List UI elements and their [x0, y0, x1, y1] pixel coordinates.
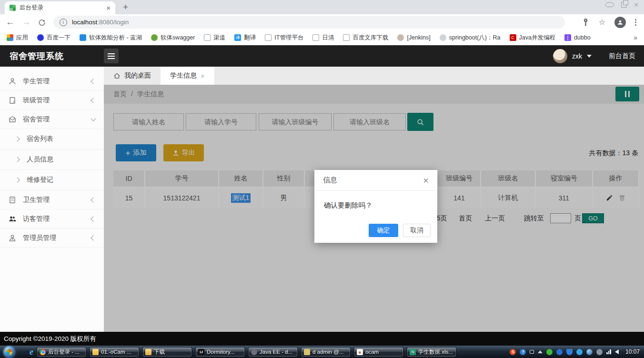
- chevron-left-icon: [91, 235, 96, 240]
- bookmark-springboot[interactable]: springboot(八)：Ra: [440, 34, 501, 42]
- taskbar: e 后台登录 - ... 01.-oCam ... ↓下载 IJDormitor…: [0, 346, 644, 358]
- refresh-icon[interactable]: [38, 19, 46, 26]
- window-close-icon[interactable]: ×: [634, 1, 638, 8]
- confirm-button[interactable]: 确定: [369, 224, 398, 237]
- browser-tab[interactable]: 后台登录 ×: [5, 1, 115, 14]
- dialog-close-icon[interactable]: ×: [423, 176, 429, 185]
- arrow-right-icon: [14, 157, 20, 162]
- username[interactable]: zxk: [572, 52, 582, 60]
- internet-explorer-icon[interactable]: e: [30, 347, 33, 357]
- bluetooth-tray-icon[interactable]: [556, 349, 563, 355]
- bookmark-jenkins[interactable]: [Jenkins]: [397, 34, 430, 41]
- bookmark-translate[interactable]: 译翻译: [234, 34, 256, 42]
- sidebar: 学生管理 班级管理 宿舍管理 宿舍列表 人员信息 维修登记 卫生管理 访客管理: [0, 67, 104, 332]
- tab-close-icon[interactable]: ×: [201, 72, 205, 80]
- browser-toolbar: ← → i localhost:8080/login ☆: [0, 14, 644, 30]
- sogou-tray-icon[interactable]: S: [510, 349, 516, 355]
- key-icon[interactable]: [581, 18, 590, 27]
- app-tray-icon[interactable]: [576, 349, 583, 355]
- dubbo-icon: [: [564, 34, 571, 41]
- url-text: localhost:8080/login: [72, 19, 129, 26]
- cancel-button[interactable]: 取消: [403, 224, 431, 237]
- bookmark-apps[interactable]: 应用: [7, 34, 28, 42]
- sidebar-toggle-button[interactable]: [104, 49, 119, 63]
- front-home-link[interactable]: 前台首页: [609, 52, 635, 60]
- taskbar-window-excel[interactable]: S学生数据.xls...: [407, 347, 456, 357]
- bookmark-qudao[interactable]: 渠道: [204, 34, 225, 42]
- recorder-tray-icon[interactable]: [596, 349, 603, 355]
- network-signal-icon[interactable]: [606, 349, 611, 354]
- help-tray-icon[interactable]: ?: [520, 349, 526, 355]
- bookmark-it-platform[interactable]: IT管理平台: [265, 34, 303, 42]
- tab-close-icon[interactable]: ×: [106, 4, 111, 11]
- sidebar-item-repair-register[interactable]: 维修登记: [0, 170, 104, 190]
- tab-title: 后台登录: [20, 4, 102, 12]
- bookmark-java[interactable]: CJava并发编程: [510, 34, 555, 42]
- bookmark-lanhu[interactable]: 软体效能分析 - 蓝湖: [80, 34, 142, 42]
- admin-icon: [9, 234, 16, 242]
- taskbar-clock[interactable]: 10:07: [625, 348, 640, 355]
- baidu-icon: [37, 34, 44, 41]
- header-user-area: zxk 前台首页: [553, 45, 635, 67]
- visitors-icon: [9, 215, 16, 223]
- page-icon: [204, 34, 211, 41]
- tab-favicon-icon: [10, 5, 16, 11]
- sidebar-item-class-mgmt[interactable]: 班级管理: [0, 91, 104, 110]
- forward-icon[interactable]: →: [22, 17, 30, 27]
- user-avatar[interactable]: [553, 49, 567, 63]
- shield-tray-icon[interactable]: [566, 349, 573, 355]
- address-bar[interactable]: i localhost:8080/login: [53, 16, 565, 29]
- sidebar-item-student-mgmt[interactable]: 学生管理: [0, 72, 104, 91]
- bookmark-dubbo[interactable]: [dubbo: [564, 34, 591, 41]
- taskbar-window-admin-shell[interactable]: d admin @...: [301, 347, 351, 357]
- apps-grid-icon: [7, 34, 13, 41]
- bookmark-star-icon[interactable]: ☆: [599, 18, 605, 27]
- taskbar-window-javaee[interactable]: Java EE - d...: [248, 347, 298, 357]
- taskbar-window-ocam[interactable]: ●ocam: [354, 347, 403, 357]
- tab-student-info[interactable]: 学生信息 ×: [161, 67, 214, 85]
- intellij-icon: IJ: [198, 349, 204, 355]
- gear-icon: [251, 349, 257, 355]
- chevron-left-icon: [91, 79, 96, 84]
- springboot-icon: [440, 34, 446, 41]
- browser-menu-icon[interactable]: [635, 19, 636, 26]
- taskbar-window-ocam-folder[interactable]: 01.-oCam ...: [90, 347, 139, 357]
- wechat-tray-icon[interactable]: [546, 349, 553, 355]
- sidebar-item-hygiene-mgmt[interactable]: 卫生管理: [0, 190, 104, 209]
- tray-expand-icon[interactable]: [538, 350, 543, 353]
- window-maximize-icon[interactable]: [621, 2, 627, 8]
- page-icon: [343, 34, 350, 41]
- site-info-icon[interactable]: i: [60, 19, 67, 26]
- dialog-header: 信息 ×: [314, 170, 437, 191]
- sidebar-item-personnel-info[interactable]: 人员信息: [0, 149, 104, 170]
- screen: 后台登录 × + × ← → i localhost:8080/login ☆: [0, 0, 644, 358]
- back-icon[interactable]: ←: [6, 17, 14, 27]
- tab-my-desktop[interactable]: 我的桌面: [104, 67, 161, 85]
- sidebar-item-dorm-mgmt[interactable]: 宿舍管理: [0, 110, 104, 129]
- browser-tray-icon[interactable]: [586, 349, 593, 355]
- sidebar-item-admin-mgmt[interactable]: 管理员管理: [0, 229, 104, 248]
- bookmark-swagger[interactable]: 软体swagger: [151, 34, 195, 42]
- taskbar-window-downloads[interactable]: ↓下载: [142, 347, 192, 357]
- bookmark-wenku[interactable]: 百度文库下载: [343, 34, 388, 42]
- folder-download-icon: ↓: [145, 349, 151, 355]
- user-menu-caret-icon[interactable]: [587, 55, 592, 58]
- taskbar-window-chrome[interactable]: 后台登录 - ...: [37, 347, 86, 357]
- windows-start-icon[interactable]: [3, 346, 15, 358]
- chevron-left-icon: [91, 197, 96, 202]
- new-tab-button[interactable]: +: [123, 2, 128, 12]
- sidebar-item-visitor-mgmt[interactable]: 访客管理: [0, 209, 104, 229]
- app-title: 宿舍管理系统: [10, 50, 64, 62]
- bookmark-baidu[interactable]: 百度一下: [37, 34, 70, 42]
- sidebar-item-dorm-list[interactable]: 宿舍列表: [0, 129, 104, 149]
- translate-icon: 译: [234, 34, 241, 41]
- bookmark-riqing[interactable]: 日清: [312, 34, 334, 42]
- main-content: 我的桌面 学生信息 × 首页 / 学生信息: [104, 67, 644, 332]
- windows-tray-icon[interactable]: [530, 350, 534, 354]
- window-minimize-icon[interactable]: [605, 2, 614, 7]
- home-icon: [113, 72, 121, 80]
- profile-avatar-icon[interactable]: [614, 17, 626, 28]
- bookmarks-overflow-icon[interactable]: »: [634, 34, 637, 41]
- taskbar-window-idea[interactable]: IJDormitory...: [195, 347, 245, 357]
- volume-icon[interactable]: [615, 349, 619, 354]
